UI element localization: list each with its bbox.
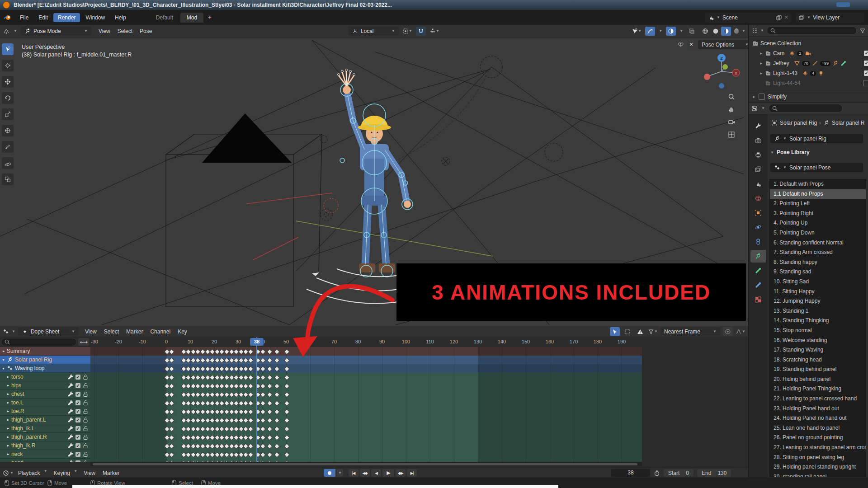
lock-icon[interactable] [82, 391, 89, 397]
outliner-row-cam[interactable]: ▼Cam2✓ [749, 48, 868, 58]
channel-thigh-ik-r[interactable]: ▼thigh_ik.R✓ [0, 441, 90, 450]
lock-icon[interactable] [82, 408, 89, 414]
channel-thigh-ik-l[interactable]: ▼thigh_ik.L✓ [0, 424, 90, 433]
lock-icon[interactable] [82, 442, 89, 449]
scene-selector[interactable]: ▼ Scene ✕ [705, 13, 791, 23]
snap-settings-button[interactable]: ▼ [429, 27, 439, 36]
window-titlebar[interactable]: Blender* [E:\Zudrit Studios\Projects\_BL… [0, 0, 868, 10]
show-gizmo-dropdown[interactable]: ▼ [632, 27, 642, 36]
window-control-button[interactable] [836, 2, 850, 7]
visibility-checkbox[interactable]: ✓ [864, 70, 868, 76]
modifier-wrench-icon[interactable] [67, 417, 74, 423]
pose-item[interactable]: 1. Default with Props [770, 179, 866, 189]
proportional-edit-toggle[interactable] [723, 327, 733, 336]
pose-item[interactable]: 5. Pointing Down [770, 228, 866, 238]
expand-icon[interactable]: ▼ [6, 410, 9, 413]
modifier-wrench-icon[interactable] [67, 374, 74, 380]
chevron-down-icon[interactable]: ▼ [14, 29, 17, 33]
blender-app-icon[interactable] [4, 14, 12, 21]
breadcrumb-object[interactable]: Solar panel Rig [780, 120, 817, 126]
dopesheet-menu-view[interactable]: View [81, 328, 100, 336]
extras-tool-button[interactable] [2, 174, 14, 185]
outliner-row-jeffrey[interactable]: ▼Jeffrey70+99✓ [749, 58, 868, 68]
transform-tool-button[interactable] [2, 125, 14, 136]
expand-icon[interactable]: ▼ [6, 401, 9, 404]
modifier-wrench-icon[interactable] [67, 460, 74, 462]
channel-enable-checkbox[interactable]: ✓ [75, 426, 80, 431]
pose-item[interactable]: 20. Hiding behind panel [770, 375, 866, 385]
expand-icon[interactable]: ▼ [6, 427, 9, 430]
pose-item[interactable]: 23. Holding Panel hand out [770, 404, 866, 414]
lock-icon[interactable] [82, 399, 89, 406]
shading-dropdown[interactable]: ▼ [742, 29, 745, 33]
channel-solar-panel-rig[interactable]: ▼Solar panel Rig [0, 356, 90, 364]
channel-enable-checkbox[interactable]: ✓ [75, 452, 80, 457]
outliner-search-input[interactable] [767, 26, 857, 35]
playhead-line[interactable] [256, 337, 257, 462]
visibility-checkbox[interactable]: ✓ [864, 61, 868, 66]
current-frame-field[interactable]: 38 [611, 469, 650, 477]
pose-item[interactable]: 4. Pointing Up [770, 218, 866, 228]
next-key-button[interactable]: ◆▶ [396, 469, 406, 477]
prev-frame-button[interactable]: ◀ [371, 469, 381, 477]
channel-enable-checkbox[interactable]: ✓ [75, 383, 80, 388]
pose-item[interactable]: 18. Scratching head [770, 355, 866, 365]
channel-enable-checkbox[interactable]: ✓ [75, 400, 80, 405]
filter-icon[interactable] [859, 28, 866, 34]
channel-enable-checkbox[interactable]: ✓ [75, 435, 80, 440]
channel-thigh-parent-l[interactable]: ▼thigh_parent.L✓ [0, 416, 90, 424]
expand-icon[interactable]: ▼ [6, 453, 9, 456]
start-frame-field[interactable]: Start 0 [664, 469, 693, 477]
shading-rendered-button[interactable] [731, 27, 741, 36]
chevron-down-icon[interactable]: ▼ [12, 329, 15, 333]
jump-end-button[interactable]: ▶| [407, 469, 417, 477]
channel-hips[interactable]: ▼hips✓ [0, 381, 90, 390]
viewport-menu-pose[interactable]: Pose [136, 27, 156, 36]
overlays-toggle[interactable] [666, 27, 676, 36]
properties-tab-view-layer[interactable] [750, 163, 766, 176]
pose-item[interactable]: 6. Standing confident Normal [770, 238, 866, 248]
properties-tab-output[interactable] [750, 149, 766, 161]
expand-icon[interactable]: ▼ [6, 375, 9, 379]
pose-item[interactable]: 15. Stop normal [770, 326, 866, 336]
pose-item[interactable]: 2. Pointing Left [770, 199, 866, 209]
snap-toggle[interactable] [416, 27, 426, 36]
properties-tab-bone-constraint[interactable] [750, 279, 766, 291]
pose-item[interactable]: 24. Holding Panel no hand out [770, 413, 866, 423]
workspace-tab-mod[interactable]: Mod [180, 13, 203, 23]
modifier-wrench-icon[interactable] [67, 451, 74, 457]
pose-item[interactable]: 9. Standing sad [770, 267, 866, 277]
shading-material-button[interactable] [721, 27, 731, 36]
channel-search-input[interactable] [1, 338, 77, 346]
expand-icon[interactable]: ▼ [6, 418, 9, 422]
menu-file[interactable]: File [15, 13, 33, 22]
zoom-icon[interactable] [728, 93, 735, 100]
pose-item[interactable]: 30. standing rail panel [770, 472, 866, 477]
pivot-point-button[interactable]: ▼ [402, 27, 412, 36]
chevron-down-icon[interactable]: ▼ [10, 471, 14, 475]
menu-window[interactable]: Window [81, 13, 109, 22]
viewport-menu-select[interactable]: Select [114, 27, 136, 36]
gizmo-dropdown[interactable]: ▼ [659, 29, 662, 33]
expand-icon[interactable]: ▼ [759, 52, 763, 55]
timeline-menu-playback[interactable]: Playback [14, 469, 44, 477]
dopesheet-menu-key[interactable]: Key [174, 328, 191, 336]
ortho-grid-icon[interactable] [728, 131, 735, 138]
channel-chest[interactable]: ▼chest✓ [0, 390, 90, 399]
modifier-wrench-icon[interactable] [67, 391, 74, 397]
expand-icon[interactable]: ▼ [2, 350, 5, 353]
properties-tab-object[interactable] [750, 206, 766, 219]
close-icon[interactable]: ✕ [687, 41, 695, 49]
workspace-tab-default[interactable]: Default [150, 13, 179, 23]
breadcrumb-data[interactable]: Solar panel R [832, 120, 865, 126]
gizmos-toggle[interactable] [645, 27, 655, 36]
pose-item[interactable]: 17. Standing Waving [770, 345, 866, 355]
pose-item[interactable]: 22. Leaning to panel crossed hand [770, 394, 866, 404]
pose-item[interactable]: 13. Standing 1 [770, 306, 866, 316]
pose-item[interactable]: 25. Lean one hand to panel [770, 423, 866, 433]
pose-options-dropdown[interactable]: Pose Options ▼ [698, 40, 752, 49]
visibility-checkbox[interactable] [863, 80, 868, 86]
dopesheet-menu-marker[interactable]: Marker [123, 328, 146, 336]
channel-toe-r[interactable]: ▼toe.R✓ [0, 407, 90, 416]
modifier-wrench-icon[interactable] [67, 442, 74, 449]
